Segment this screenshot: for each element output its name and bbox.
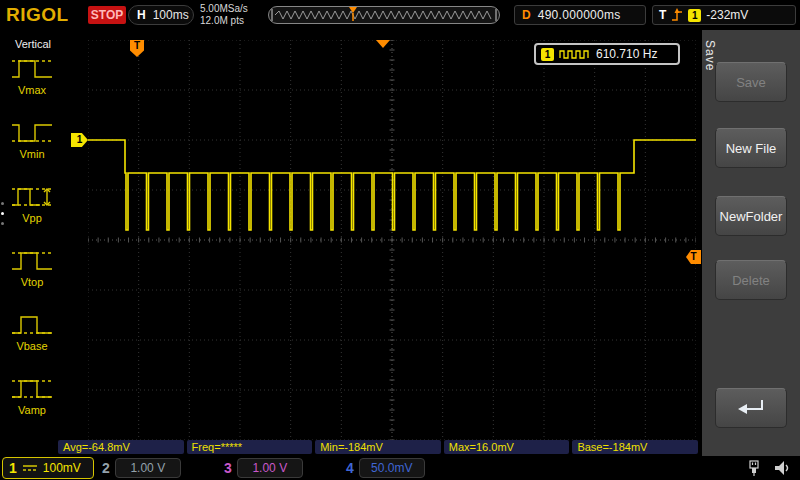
sample-rate-value: 5.00MSa/s	[200, 3, 248, 15]
measurement-sidebar: Vertical Vmax Vmin Vpp	[0, 30, 66, 456]
channel1-status[interactable]: 1 100mV	[2, 457, 94, 479]
sidebar-item-vmin[interactable]: Vmin	[6, 118, 58, 160]
sidebar-item-label: Vpp	[6, 212, 58, 224]
measurement-freq: Freq=*****	[187, 440, 313, 454]
trigger-position-marker[interactable]	[376, 40, 390, 48]
acquisition-readout: 5.00MSa/s 12.0M pts	[200, 3, 248, 27]
ch1-waveform	[88, 40, 696, 440]
frequency-counter: 1 610.710 Hz	[534, 43, 680, 65]
sidebar-title: Vertical	[0, 38, 66, 50]
return-arrow-icon	[734, 396, 768, 420]
sidebar-item-label: Vtop	[6, 276, 58, 288]
menu-button-back[interactable]	[715, 388, 787, 428]
vbase-icon	[10, 310, 54, 340]
pulse-train-icon	[559, 48, 591, 60]
memory-waveform-icon	[269, 7, 499, 23]
soft-menu-panel: Save Save New File NewFolder Delete	[702, 30, 800, 456]
frequency-counter-value: 610.710 Hz	[596, 47, 657, 61]
measurement-avg: Avg=-64.8mV	[58, 440, 184, 454]
measurement-results-bar: Avg=-64.8mV Freq=***** Min=-184mV Max=16…	[58, 440, 698, 454]
sidebar-item-vamp[interactable]: Vamp	[6, 374, 58, 416]
vamp-icon	[10, 374, 54, 404]
channel1-number: 1	[9, 460, 17, 476]
rigol-logo: RIGOL	[6, 4, 69, 26]
menu-button-new-file[interactable]: New File	[715, 128, 787, 168]
sidebar-item-label: Vmax	[6, 84, 58, 96]
menu-page-indicator	[1, 202, 4, 225]
menu-button-label: NewFolder	[720, 209, 783, 224]
memory-depth-value: 12.0M pts	[200, 15, 248, 27]
menu-button-label: Save	[736, 75, 766, 90]
sidebar-item-vpp[interactable]: Vpp	[6, 182, 58, 224]
channel2-status[interactable]: 2 1.00 V	[102, 457, 181, 479]
menu-button-newfolder[interactable]: NewFolder	[715, 196, 787, 236]
usb-icon	[744, 458, 764, 478]
channel1-level-marker[interactable]: 1	[71, 133, 88, 147]
speaker-icon	[772, 458, 792, 478]
channel3-status[interactable]: 3 1.00 V	[224, 457, 303, 479]
menu-button-label: New File	[726, 141, 777, 156]
frequency-counter-channel-badge: 1	[541, 48, 554, 61]
top-status-bar: RIGOL STOP H 100ms 5.00MSa/s 12.0M pts D…	[0, 0, 800, 30]
trigger-source-badge: 1	[688, 9, 701, 22]
delay-readout: D 490.000000ms	[514, 5, 646, 25]
channel3-number: 3	[224, 460, 232, 476]
measurement-base: Base=-184mV	[572, 440, 698, 454]
sidebar-item-vmax[interactable]: Vmax	[6, 54, 58, 96]
sidebar-item-vtop[interactable]: Vtop	[6, 246, 58, 288]
dc-coupling-icon	[22, 463, 38, 473]
system-icons	[744, 458, 792, 478]
channel4-number: 4	[346, 460, 354, 476]
sidebar-item-label: Vbase	[6, 340, 58, 352]
oscilloscope-screen: RIGOL STOP H 100ms 5.00MSa/s 12.0M pts D…	[0, 0, 800, 480]
menu-button-delete[interactable]: Delete	[715, 260, 787, 300]
graticule: 1 T T 1 610.710 Hz	[88, 40, 696, 440]
channel2-number: 2	[102, 460, 110, 476]
channel4-scale: 50.0mV	[359, 458, 425, 478]
sidebar-item-vbase[interactable]: Vbase	[6, 310, 58, 352]
trigger-label: T	[659, 8, 666, 22]
horizontal-readout: H 100ms	[128, 5, 194, 25]
trigger-level-value: -232mV	[706, 8, 748, 22]
menu-button-label: Delete	[732, 273, 770, 288]
vmax-icon	[10, 54, 54, 84]
sidebar-item-label: Vamp	[6, 404, 58, 416]
trigger-slope-icon	[671, 8, 683, 22]
run-state-badge: STOP	[88, 6, 126, 24]
vpp-icon	[10, 182, 54, 212]
channel1-scale: 100mV	[43, 461, 81, 475]
delay-label: D	[522, 8, 531, 22]
delay-value: 490.000000ms	[538, 8, 621, 22]
channel2-scale: 1.00 V	[115, 458, 181, 478]
measurement-min: Min=-184mV	[315, 440, 441, 454]
horizontal-label: H	[137, 8, 146, 22]
channel3-scale: 1.00 V	[237, 458, 303, 478]
timebase-value: 100ms	[153, 8, 189, 22]
measurement-max: Max=16.0mV	[444, 440, 570, 454]
trigger-readout: T 1 -232mV	[652, 5, 796, 25]
menu-button-save[interactable]: Save	[715, 62, 787, 102]
memory-waveform-bar	[268, 6, 500, 24]
channel4-status[interactable]: 4 50.0mV	[346, 457, 425, 479]
sidebar-item-label: Vmin	[6, 148, 58, 160]
vmin-icon	[10, 118, 54, 148]
channel-status-bar: 1 100mV 2 1.00 V 3 1.00 V 4 50.0mV	[0, 456, 800, 480]
vtop-icon	[10, 246, 54, 276]
